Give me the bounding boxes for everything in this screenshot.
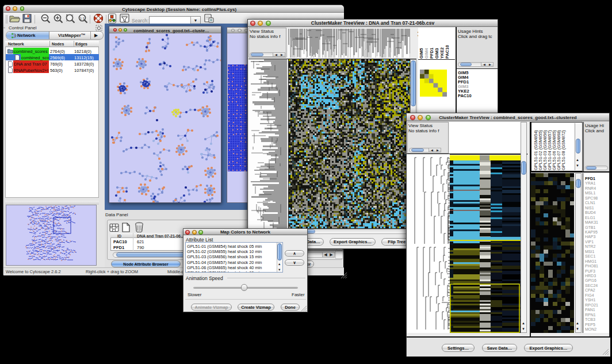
svg-text:1:1: 1:1 (80, 17, 85, 20)
